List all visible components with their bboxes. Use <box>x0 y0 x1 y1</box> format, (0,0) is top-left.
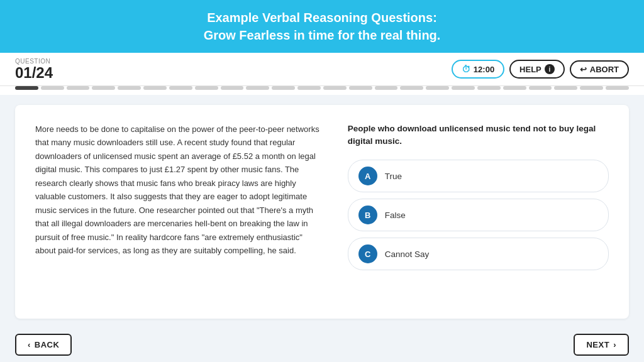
progress-segment-19 <box>477 86 501 90</box>
header: Example Verbal Reasoning Questions: Grow… <box>0 0 644 53</box>
answer-label-a: True <box>385 172 402 181</box>
main-content: More needs to be done to capitalise on t… <box>0 95 644 327</box>
progress-bar <box>0 86 644 95</box>
next-chevron-icon: › <box>613 340 616 349</box>
help-label: HELP <box>519 65 541 74</box>
timer-value: 12:00 <box>474 65 494 74</box>
question-statement: People who download unlicensed music ten… <box>348 123 609 147</box>
progress-segment-24 <box>606 86 629 90</box>
progress-segment-14 <box>349 86 372 90</box>
progress-segment-23 <box>580 86 603 90</box>
toolbar: QUESTION 01/24 ⏱ 12:00 HELP i ↩ ABORT <box>0 53 644 86</box>
next-label: NEXT <box>586 340 609 349</box>
back-label: BACK <box>35 340 60 349</box>
progress-segment-7 <box>169 86 192 90</box>
progress-segment-8 <box>195 86 218 90</box>
question-card: More needs to be done to capitalise on t… <box>15 105 629 319</box>
clock-icon: ⏱ <box>462 64 470 74</box>
passage-text: More needs to be done to capitalise on t… <box>35 123 323 301</box>
abort-icon: ↩ <box>580 65 587 74</box>
answer-label-c: Cannot Say <box>385 250 430 259</box>
info-icon: i <box>545 64 555 74</box>
progress-segment-12 <box>297 86 321 90</box>
progress-segment-18 <box>452 86 475 90</box>
answer-circle-b: B <box>358 206 377 224</box>
back-button[interactable]: ‹ BACK <box>15 334 72 356</box>
progress-segment-21 <box>529 86 552 90</box>
progress-segment-3 <box>67 86 90 90</box>
next-button[interactable]: NEXT › <box>574 334 629 356</box>
progress-segment-20 <box>503 86 526 90</box>
progress-segment-16 <box>400 86 423 90</box>
answer-option-a[interactable]: ATrue <box>348 160 609 192</box>
progress-segment-17 <box>426 86 449 90</box>
toolbar-right: ⏱ 12:00 HELP i ↩ ABORT <box>452 60 629 79</box>
help-button[interactable]: HELP i <box>509 60 565 79</box>
back-chevron-icon: ‹ <box>28 340 31 349</box>
progress-segment-15 <box>375 86 398 90</box>
abort-label: ABORT <box>590 65 619 74</box>
progress-segment-6 <box>143 86 167 90</box>
footer: ‹ BACK NEXT › <box>0 327 644 362</box>
progress-segment-4 <box>92 86 115 90</box>
answer-circle-c: C <box>358 244 377 263</box>
abort-button[interactable]: ↩ ABORT <box>570 60 629 79</box>
header-line1: Example Verbal Reasoning Questions: <box>207 11 437 25</box>
answer-label-b: False <box>385 211 406 220</box>
timer-button[interactable]: ⏱ 12:00 <box>452 60 504 79</box>
progress-segment-10 <box>246 86 269 90</box>
progress-segment-13 <box>323 86 347 90</box>
answer-circle-a: A <box>358 167 377 185</box>
question-info: QUESTION 01/24 <box>15 58 53 80</box>
progress-segment-2 <box>41 86 64 90</box>
progress-segment-11 <box>272 86 295 90</box>
progress-segment-9 <box>221 86 244 90</box>
header-line2: Grow Fearless in time for the real thing… <box>204 28 441 42</box>
progress-segment-5 <box>118 86 141 90</box>
progress-segment-22 <box>554 86 577 90</box>
question-number: 01/24 <box>15 65 53 80</box>
answer-option-c[interactable]: CCannot Say <box>348 238 609 270</box>
answer-option-b[interactable]: BFalse <box>348 199 609 231</box>
header-title: Example Verbal Reasoning Questions: Grow… <box>13 9 631 44</box>
answers-section: People who download unlicensed music ten… <box>348 123 609 301</box>
progress-segment-1 <box>15 86 38 90</box>
